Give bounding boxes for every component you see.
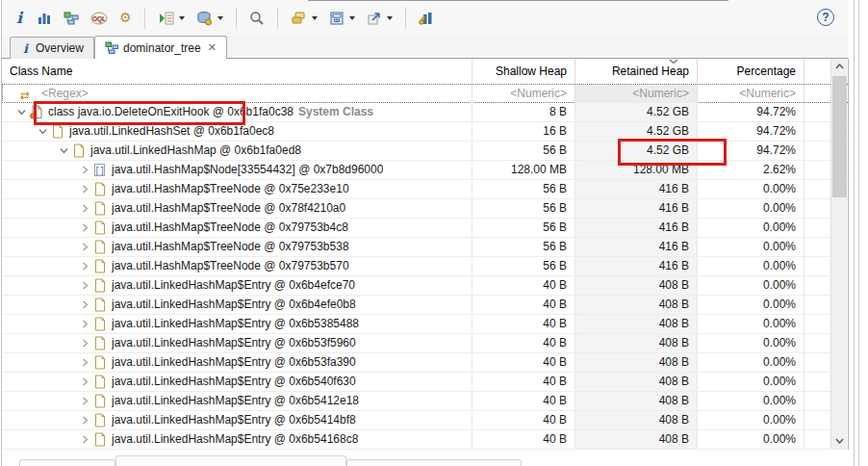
chevron-down-icon[interactable]	[35, 124, 50, 140]
chevron-right-icon[interactable]	[77, 317, 92, 332]
toolbar-separator	[144, 8, 145, 29]
tab-dominator-tree[interactable]: dominator_tree ✕	[94, 36, 227, 59]
dropdown-arrow-icon[interactable]	[312, 16, 318, 20]
group-result-icon	[291, 11, 307, 26]
class-name-cell: java.util.LinkedHashMap$Entry @ 0x6b4efc…	[2, 276, 472, 295]
oql-button[interactable]: OQL	[87, 8, 112, 29]
column-header-class-name[interactable]: Class Name	[2, 59, 472, 84]
table-row[interactable]: java.util.HashMap$TreeNode @ 0x79753b538…	[2, 238, 848, 257]
table-row[interactable]: java.util.LinkedHashMap$Entry @ 0x6b53f5…	[2, 334, 848, 353]
table-row[interactable]: java.util.LinkedHashMap$Entry @ 0x6b5385…	[2, 315, 848, 334]
customize-gear-icon: ⚙	[119, 11, 132, 25]
chevron-right-icon[interactable]	[77, 394, 92, 409]
chevron-right-icon[interactable]	[77, 375, 92, 390]
percentage-cell: 0.00%	[698, 180, 804, 198]
chevron-right-icon[interactable]	[77, 240, 92, 255]
object-label: java.util.HashMap$Node[33554432] @ 0x7b8…	[112, 161, 383, 179]
window-edge	[858, 0, 859, 466]
table-row[interactable]: java.util.HashMap$TreeNode @ 0x79753b4c8…	[2, 219, 848, 238]
search-button[interactable]	[245, 8, 268, 29]
shallow-heap-cell: 56 B	[472, 257, 575, 275]
chevron-right-icon[interactable]	[77, 201, 92, 217]
chevron-right-icon[interactable]	[77, 355, 92, 371]
chevron-right-icon[interactable]	[77, 220, 92, 236]
object-icon	[92, 432, 107, 447]
chevron-right-icon[interactable]	[77, 336, 92, 351]
run-expert-test-button[interactable]	[154, 8, 189, 29]
table-row[interactable]: java.util.HashMap$TreeNode @ 0x78f4210a0…	[2, 199, 848, 219]
info-button[interactable]: i	[10, 8, 29, 29]
vertical-scrollbar[interactable]	[830, 59, 847, 449]
chevron-down-icon[interactable]	[56, 143, 71, 159]
percentage-cell: 94.72%	[698, 103, 804, 121]
oql-icon: OQL	[90, 11, 108, 26]
row-spacer	[804, 238, 831, 256]
class-name-cell: java.util.LinkedHashMap$Entry @ 0x6b53f5…	[2, 334, 472, 352]
table-row[interactable]: []java.util.HashMap$Node[33554432] @ 0x7…	[2, 161, 848, 180]
object-label: java.util.LinkedHashMap$Entry @ 0x6b53f5…	[112, 334, 356, 352]
dropdown-arrow-icon[interactable]	[349, 16, 355, 20]
class-name-cell: java.util.LinkedHashSet @ 0x6b1fa0ec8	[2, 122, 472, 141]
chevron-right-icon[interactable]	[77, 413, 92, 428]
dropdown-arrow-icon[interactable]	[217, 16, 223, 20]
retained-heap-filter-input[interactable]: <Numeric>	[575, 85, 698, 103]
histogram-button[interactable]	[33, 8, 56, 29]
compare-heap-dump-button[interactable]	[415, 8, 438, 29]
table-row[interactable]: java.util.HashMap$TreeNode @ 0x75e233e10…	[2, 180, 848, 199]
table-row[interactable]: java.util.HashMap$TreeNode @ 0x79753b570…	[2, 257, 848, 276]
dropdown-arrow-icon[interactable]	[387, 16, 393, 20]
tab-overview[interactable]: i Overview	[10, 37, 94, 59]
row-spacer	[804, 353, 831, 372]
chevron-right-icon[interactable]	[77, 298, 92, 313]
percentage-cell: 2.62%	[698, 161, 804, 179]
row-spacer	[804, 296, 831, 314]
table-row[interactable]: java.util.LinkedHashMap$Entry @ 0x6b5416…	[2, 430, 848, 450]
percentage-filter-input[interactable]: <Numeric>	[698, 85, 804, 103]
help-button[interactable]: ?	[817, 9, 834, 26]
bottom-pane-tab	[19, 459, 115, 466]
table-row[interactable]: java.util.LinkedHashMap$Entry @ 0x6b53fa…	[2, 353, 848, 373]
chevron-right-icon[interactable]	[77, 278, 92, 294]
table-row[interactable]: java.util.LinkedHashMap @ 0x6b1fa0ed856 …	[2, 142, 848, 161]
chevron-right-icon[interactable]	[77, 259, 92, 274]
retained-heap-cell: 4.52 GB	[575, 103, 698, 121]
close-icon[interactable]: ✕	[208, 41, 217, 54]
scrollbar-thumb[interactable]	[832, 76, 847, 197]
row-spacer	[804, 257, 831, 275]
scroll-down-button[interactable]	[831, 433, 848, 449]
chevron-right-icon[interactable]	[77, 432, 92, 448]
group-result-button[interactable]	[287, 8, 321, 29]
table-row[interactable]: java.util.LinkedHashMap$Entry @ 0x6b5414…	[2, 411, 848, 430]
table-row[interactable]: java.util.LinkedHashMap$Entry @ 0x6b5412…	[2, 392, 848, 411]
dominator-tree-button[interactable]	[60, 8, 83, 29]
object-label: java.util.LinkedHashMap$Entry @ 0x6b4efc…	[112, 276, 355, 295]
retained-heap-cell: 4.52 GB	[575, 122, 698, 141]
dropdown-arrow-icon[interactable]	[179, 16, 185, 20]
help-icon: ?	[822, 11, 829, 24]
table-row[interactable]: java.util.LinkedHashMap$Entry @ 0x6b540f…	[2, 373, 848, 392]
chevron-right-icon[interactable]	[77, 163, 92, 178]
svg-text:OQL: OQL	[92, 14, 106, 22]
column-header-percentage[interactable]: Percentage	[698, 59, 804, 84]
object-label: java.util.LinkedHashMap$Entry @ 0x6b5412…	[112, 392, 359, 410]
table-row[interactable]: class java.io.DeleteOnExitHook @ 0x6b1fa…	[2, 103, 848, 122]
scroll-up-button[interactable]	[831, 59, 848, 74]
table-row[interactable]: java.util.LinkedHashMap$Entry @ 0x6b4efc…	[2, 276, 848, 296]
export-button[interactable]	[363, 8, 396, 29]
table-row[interactable]: java.util.LinkedHashSet @ 0x6b1fa0ec816 …	[2, 122, 848, 142]
calculator-button[interactable]	[325, 8, 359, 29]
table-row[interactable]: java.util.LinkedHashMap$Entry @ 0x6b4efe…	[2, 296, 848, 315]
chevron-right-icon[interactable]	[77, 182, 92, 197]
shallow-heap-cell: 40 B	[472, 276, 575, 295]
customize-button[interactable]: ⚙	[115, 8, 136, 28]
retained-heap-cell: 408 B	[575, 296, 698, 314]
column-header-retained-heap[interactable]: Retained Heap	[575, 59, 698, 84]
query-browser-button[interactable]	[192, 8, 227, 29]
chevron-down-icon[interactable]	[13, 105, 29, 120]
shallow-heap-filter-input[interactable]: <Numeric>	[472, 85, 575, 103]
toolbar-separator	[277, 8, 278, 29]
percentage-cell: 0.00%	[698, 334, 804, 352]
class-name-filter-input[interactable]: ⇄ <Regex>	[2, 85, 472, 103]
percentage-cell: 0.00%	[698, 238, 804, 256]
column-header-shallow-heap[interactable]: Shallow Heap	[472, 59, 575, 84]
